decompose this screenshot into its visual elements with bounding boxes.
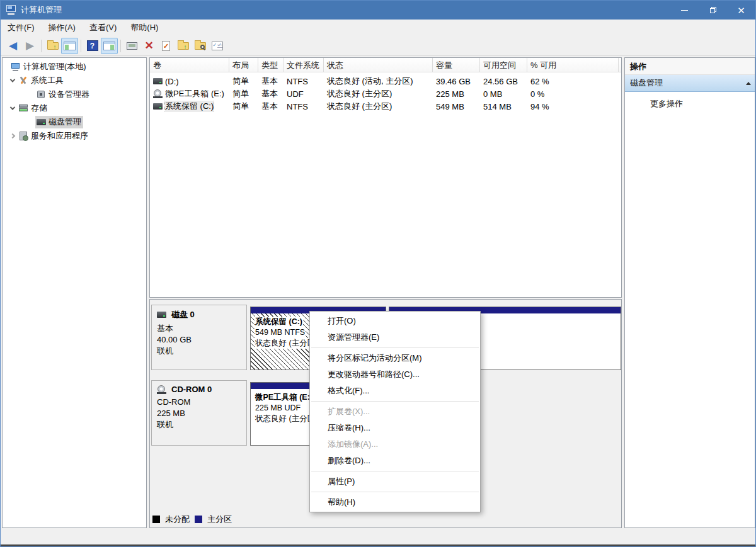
drive-icon (153, 103, 163, 110)
column-header-free-space[interactable]: 可用空间 (480, 58, 527, 72)
cdrom0-label-box[interactable]: CD-ROM 0 CD-ROM 225 MB 联机 (151, 380, 247, 446)
column-header-percent-free[interactable]: % 可用 (527, 58, 619, 72)
cd-icon (153, 89, 163, 98)
minimize-button[interactable] (670, 1, 699, 20)
cdrom0-title: CD-ROM 0 (171, 385, 212, 394)
column-header-layout[interactable]: 布局 (229, 58, 258, 72)
minimize-icon (681, 10, 688, 11)
actions-header: 操作 (625, 58, 755, 75)
menu-action[interactable]: 操作(A) (42, 20, 83, 36)
restore-icon (710, 7, 716, 13)
disk0-title: 磁盘 0 (171, 309, 195, 320)
storage-icon (18, 104, 29, 112)
folder-upload-button[interactable]: ↑ (175, 38, 192, 54)
primary-partition-swatch (195, 516, 202, 523)
menu-item-change-drive-letter[interactable]: 更改驱动器号和路径(C)... (310, 366, 480, 383)
forward-icon: ▶ (26, 40, 34, 51)
legend: 未分配 主分区 (152, 514, 232, 525)
column-header-filesystem[interactable]: 文件系统 (284, 58, 324, 72)
menu-item-delete-volume[interactable]: 删除卷(D)... (310, 453, 480, 469)
column-header-status[interactable]: 状态 (324, 58, 433, 72)
disk0-status: 联机 (157, 346, 241, 357)
menu-separator (311, 401, 479, 402)
disk-icon (35, 119, 47, 125)
menu-separator (311, 347, 479, 348)
toolbar: ◀ ▶ ↑ ? ✕ ↑ (1, 36, 755, 56)
tree-item-services-applications[interactable]: 服务和应用程序 (3, 129, 146, 143)
volume-list: 卷 布局 类型 文件系统 状态 容量 可用空间 % 可用 (D:) 简单 基本 … (149, 57, 622, 298)
folder-upload-icon: ↑ (178, 42, 189, 50)
chevron-down-icon[interactable] (8, 79, 18, 82)
rescan-disks-button[interactable] (123, 38, 140, 54)
more-actions-item[interactable]: 更多操作 (625, 98, 755, 110)
toolbar-separator (41, 40, 42, 52)
tree-item-computer-management[interactable]: 计算机管理(本地) (3, 60, 146, 74)
volume-list-header: 卷 布局 类型 文件系统 状态 容量 可用空间 % 可用 (150, 58, 621, 72)
menu-item-extend-volume: 扩展卷(X)... (310, 403, 480, 420)
actions-group-disk-management[interactable]: 磁盘管理 (625, 75, 755, 92)
window-title: 计算机管理 (21, 4, 62, 16)
disk0-size: 40.00 GB (157, 334, 241, 346)
back-button[interactable]: ◀ (4, 38, 21, 54)
tree-item-device-manager[interactable]: 设备管理器 (3, 87, 146, 101)
delete-icon: ✕ (144, 40, 153, 51)
console-tree-toggle-button[interactable] (61, 38, 78, 54)
menu-separator (311, 471, 479, 471)
legend-primary-label: 主分区 (207, 514, 232, 525)
help-button[interactable]: ? (84, 38, 101, 54)
computer-icon (10, 63, 21, 71)
title-bar: 计算机管理 ✕ (1, 1, 755, 20)
task-list-icon (212, 42, 223, 50)
back-icon: ◀ (9, 40, 17, 51)
column-header-volume[interactable]: 卷 (150, 58, 229, 72)
menu-item-properties[interactable]: 属性(P) (310, 473, 480, 490)
up-level-button[interactable]: ↑ (44, 38, 61, 54)
chevron-right-icon[interactable] (8, 134, 18, 138)
chevron-down-icon[interactable] (8, 106, 18, 110)
table-row[interactable]: 微PE工具箱 (E:) 简单 基本 UDF 状态良好 (主分区) 225 MB … (150, 87, 621, 100)
action-pane-toggle-button[interactable] (101, 38, 118, 54)
menu-view[interactable]: 查看(V) (83, 20, 123, 36)
tools-icon (18, 76, 29, 85)
action-pane-toggle-icon (103, 42, 115, 50)
console-tree-toggle-icon (64, 42, 76, 50)
menu-bar: 文件(F) 操作(A) 查看(V) 帮助(H) (1, 20, 755, 36)
context-menu: 打开(O) 资源管理器(E) 将分区标记为活动分区(M) 更改驱动器号和路径(C… (309, 311, 481, 512)
menu-file[interactable]: 文件(F) (1, 20, 42, 36)
disk0-type: 基本 (157, 323, 241, 334)
cd-icon (157, 385, 166, 394)
table-row[interactable]: (D:) 简单 基本 NTFS 状态良好 (活动, 主分区) 39.46 GB … (150, 75, 621, 87)
tree-item-storage[interactable]: 存储 (3, 101, 146, 115)
window-bottom-edge (1, 544, 755, 546)
collapse-arrow-icon[interactable] (746, 82, 751, 85)
menu-help[interactable]: 帮助(H) (123, 20, 165, 36)
rescan-disks-icon (127, 42, 137, 50)
device-manager-icon (35, 91, 47, 98)
disk0-label-box[interactable]: 磁盘 0 基本 40.00 GB 联机 (151, 305, 247, 370)
tree-item-disk-management[interactable]: 磁盘管理 (3, 115, 146, 129)
table-row[interactable]: 系统保留 (C:) 简单 基本 NTFS 状态良好 (主分区) 549 MB 5… (150, 100, 621, 113)
menu-separator (311, 492, 479, 492)
properties-check-button[interactable] (158, 38, 175, 54)
task-list-button[interactable] (209, 38, 226, 54)
disk-icon (157, 312, 166, 318)
drive-icon (153, 78, 163, 84)
cdrom0-status: 联机 (157, 419, 241, 431)
column-header-capacity[interactable]: 容量 (433, 58, 480, 72)
restore-button[interactable] (699, 1, 727, 20)
menu-item-help[interactable]: 帮助(H) (310, 494, 480, 510)
menu-item-explorer[interactable]: 资源管理器(E) (310, 329, 480, 346)
forward-button[interactable]: ▶ (21, 38, 38, 54)
menu-item-mark-active[interactable]: 将分区标记为活动分区(M) (310, 350, 480, 366)
close-icon: ✕ (737, 6, 745, 15)
menu-item-open[interactable]: 打开(O) (310, 313, 480, 329)
delete-button[interactable]: ✕ (140, 38, 158, 54)
folder-search-button[interactable] (192, 38, 209, 54)
tree-item-system-tools[interactable]: 系统工具 (3, 74, 146, 87)
menu-item-format[interactable]: 格式化(F)... (310, 383, 480, 399)
status-bar (1, 529, 755, 546)
menu-item-shrink-volume[interactable]: 压缩卷(H)... (310, 420, 480, 436)
column-header-type[interactable]: 类型 (258, 58, 284, 72)
folder-up-icon: ↑ (47, 42, 59, 50)
close-button[interactable]: ✕ (727, 1, 755, 20)
